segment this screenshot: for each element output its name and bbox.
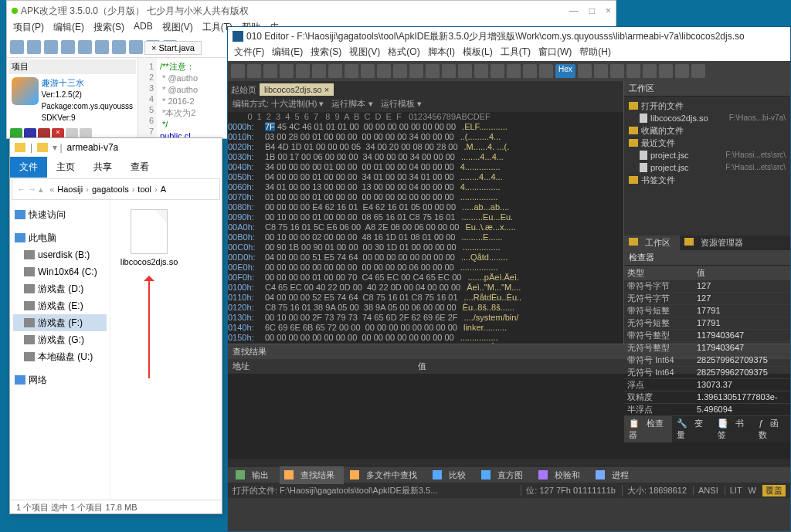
maximize-button[interactable]: □	[589, 5, 595, 16]
hex-row[interactable]: 0100h:C4 65 EC 00 40 22 0D 00 40 22 0D 0…	[228, 283, 623, 293]
tab-view[interactable]: 查看	[121, 157, 158, 178]
hex-mode-badge[interactable]: Hex	[555, 64, 575, 78]
menu-help[interactable]: 帮助(H)	[579, 46, 611, 61]
tree-recent[interactable]: 最近文件	[629, 137, 786, 149]
explorer-titlebar[interactable]: | ▾ | armeabi-v7a	[10, 138, 222, 157]
btab-histogram[interactable]: 直方图	[477, 466, 532, 484]
hex-row[interactable]: 00A0h:C8 75 16 01 5C E6 06 00 A8 2E 08 0…	[228, 222, 623, 232]
inspector-row[interactable]: 双精度1.39613051777803e-	[624, 391, 790, 404]
tb-icon[interactable]	[247, 64, 261, 78]
nav-drive[interactable]: 游戏盘 (E:)	[13, 297, 107, 314]
tree-file[interactable]: project.jscF:\Haosi...ets\src\	[629, 161, 786, 174]
hex-row[interactable]: 00B0h:00 10 00 00 02 00 00 00 48 16 1D 0…	[228, 232, 623, 242]
tb-icon[interactable]	[296, 64, 310, 78]
hex-row[interactable]: 0080h:00 00 00 00 E4 62 16 01 E4 62 16 0…	[228, 202, 623, 212]
itab-inspector[interactable]: 📋 检查器	[624, 416, 672, 442]
crumb[interactable]: tool	[137, 185, 151, 194]
tb-icon[interactable]	[393, 64, 407, 78]
itab-bookmarks[interactable]: 📑 书签	[713, 416, 754, 442]
workspace-tree[interactable]: 打开的文件 libcocos2djs.soF:\Haos...bi-v7a\ 收…	[624, 97, 790, 236]
tb-icon[interactable]	[458, 64, 472, 78]
tab-start[interactable]: 起始页	[231, 84, 256, 96]
tree-bookmarks[interactable]: 书签文件	[629, 174, 786, 186]
hex-row[interactable]: 0010h:03 00 28 00 01 00 00 00 00 00 00 0…	[228, 132, 623, 142]
rtab-workspace[interactable]: 工作区	[624, 236, 680, 250]
crumb[interactable]: A	[161, 185, 166, 194]
rtab-explorer[interactable]: 资源管理器	[680, 236, 752, 250]
tab-share[interactable]: 共享	[84, 157, 121, 178]
menu-edit[interactable]: 编辑(E)	[272, 46, 303, 61]
tb-icon[interactable]	[474, 64, 488, 78]
menu-view[interactable]: 视图(V)	[162, 21, 193, 36]
hex-row[interactable]: 00C0h:00 90 1B 00 90 01 00 00 00 30 1D 0…	[228, 242, 623, 252]
hex-row[interactable]: 0000h:7F 45 4C 46 01 01 01 00 00 00 00 0…	[228, 122, 623, 132]
file-item[interactable]: libcocos2djs.so	[118, 209, 180, 266]
tab-home[interactable]: 主页	[47, 157, 84, 178]
apkide-titlebar[interactable]: APK改之理 3.5.0.0（少月版） 七少月与小米人共有版权 — □ ×	[7, 1, 616, 21]
tb-icon[interactable]	[691, 64, 705, 78]
btab-compare[interactable]: 比较	[428, 466, 475, 484]
nav-drive[interactable]: 游戏盘 (F:)	[13, 314, 107, 331]
hex-row[interactable]: 0160h:00 00 00 00 00 00 00 00 00 00 00 0…	[228, 343, 623, 344]
hex-row[interactable]: 0070h:01 00 00 00 01 00 00 00 00 00 00 0…	[228, 192, 623, 202]
menu-tools[interactable]: 工具(T)	[501, 46, 531, 61]
tb-icon[interactable]	[27, 40, 41, 54]
tb-icon[interactable]	[643, 64, 657, 78]
nav-drive[interactable]: 游戏盘 (D:)	[13, 280, 107, 297]
menu-project[interactable]: 项目(P)	[13, 21, 44, 36]
breadcrumb[interactable]: ← → ▴ « Haosiji› gagatools› tool› A	[12, 178, 220, 200]
menu-window[interactable]: 窗口(W)	[538, 46, 572, 61]
crumb[interactable]: gagatools	[92, 185, 129, 194]
tree-file[interactable]: libcocos2djs.soF:\Haos...bi-v7a\	[629, 112, 786, 124]
hex-row[interactable]: 0110h:04 00 00 00 52 E5 74 64 C8 75 16 0…	[228, 293, 623, 303]
hex-row[interactable]: 0040h:34 00 00 00 00 01 00 00 00 01 00 0…	[228, 162, 623, 172]
menu-edit[interactable]: 编辑(E)	[53, 21, 84, 36]
inspector-row[interactable]: 无符号字节127	[624, 293, 790, 305]
nav-drive[interactable]: 游戏盘 (G:)	[13, 331, 107, 348]
tb-icon[interactable]	[231, 64, 245, 78]
inspector-row[interactable]: 带符号整型1179403647	[624, 330, 790, 342]
tb-icon[interactable]	[312, 64, 326, 78]
tb-icon[interactable]	[626, 64, 640, 78]
tb-icon[interactable]	[539, 64, 553, 78]
hex-row[interactable]: 0130h:00 10 00 00 2F 73 79 73 74 65 6D 2…	[228, 313, 623, 323]
tb-icon[interactable]	[523, 64, 537, 78]
tb-icon[interactable]	[10, 40, 24, 54]
inspector-row[interactable]: 带符号 Int64282579962709375	[624, 354, 790, 367]
project-tree[interactable]: 趣游十三水 Ver:1.2.5(2) Package:com.ys.quyous…	[8, 74, 136, 127]
itab-funcs[interactable]: ƒ 函数	[754, 416, 790, 442]
menu-search[interactable]: 搜索(S)	[93, 21, 124, 36]
hex-row[interactable]: 0060h:34 01 00 00 13 00 00 00 13 00 00 0…	[228, 182, 623, 192]
status-ovr[interactable]: 覆盖	[762, 485, 786, 496]
code-tab[interactable]: × Start.java	[144, 41, 202, 55]
inspector-row[interactable]: 无符号 Int64282579962709375	[624, 367, 790, 379]
menu-view[interactable]: 视图(V)	[349, 46, 380, 61]
btab-checksum[interactable]: 校验和	[534, 466, 589, 484]
nav-this-pc[interactable]: 此电脑	[13, 229, 107, 246]
inspector-row[interactable]: 无符号短整17791	[624, 317, 790, 330]
tb-icon[interactable]	[442, 64, 456, 78]
tb-icon[interactable]	[675, 64, 689, 78]
hex-row[interactable]: 0150h:00 00 00 00 00 00 00 00 00 00 00 0…	[228, 333, 623, 343]
inspector-row[interactable]: 半浮点5.496094	[624, 404, 790, 416]
btab-process[interactable]: 进程	[591, 466, 638, 484]
btab-output[interactable]: 输出	[231, 466, 278, 484]
crumb[interactable]: Haosiji	[57, 185, 83, 194]
tb-icon[interactable]	[95, 40, 109, 54]
tree-open-files[interactable]: 打开的文件	[629, 100, 786, 112]
tb-icon[interactable]	[491, 64, 504, 78]
menu-adb[interactable]: ADB	[134, 21, 153, 36]
hex-row[interactable]: 0120h:C8 75 16 01 38 9A 05 00 38 9A 05 0…	[228, 303, 623, 313]
tree-favorites[interactable]: 收藏的文件	[629, 124, 786, 137]
hex-row[interactable]: 0090h:00 10 00 00 01 00 00 00 08 65 16 0…	[228, 212, 623, 222]
tb-icon[interactable]	[361, 64, 375, 78]
tree-file[interactable]: project.jscF:\Haosi...ets\src\	[629, 149, 786, 161]
btab-find-in-files[interactable]: 多文件中查找	[345, 466, 426, 484]
nav-drive[interactable]: Win10x64 (C:)	[13, 263, 107, 280]
tb-icon[interactable]	[409, 64, 423, 78]
tb-icon[interactable]	[61, 40, 75, 54]
hex-view[interactable]: 0 1 2 3 4 5 6 7 8 9 A B C D E F 01234567…	[228, 112, 623, 344]
menu-file[interactable]: 文件(F)	[234, 46, 264, 61]
nav-drive[interactable]: userdisk (B:)	[13, 246, 107, 263]
tb-icon[interactable]	[377, 64, 391, 78]
